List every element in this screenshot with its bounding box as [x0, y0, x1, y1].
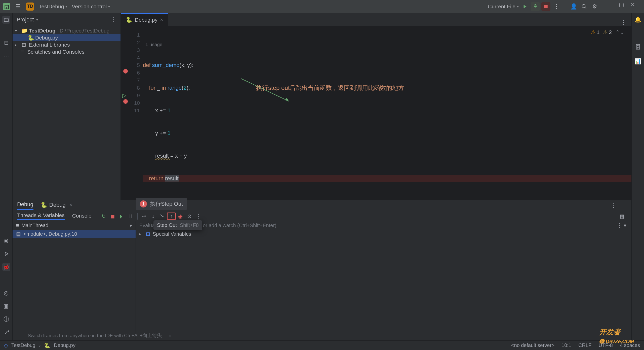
console-tab[interactable]: Console	[72, 213, 92, 220]
step-over-icon[interactable]: ⤻	[140, 213, 149, 220]
project-tree[interactable]: ▾ 📁 TestDebug D:\Project\TestDebug 🐍 Deb…	[13, 26, 120, 56]
thread-selector[interactable]: ≡ MainThread ▾	[13, 221, 136, 230]
minimize-icon[interactable]: —	[607, 2, 617, 12]
frame-row[interactable]: ▤ <module>, Debug.py:10	[13, 230, 136, 238]
callout-number: 1	[140, 200, 147, 207]
debug-run-tab[interactable]: 🐍Debug×	[41, 202, 72, 210]
mute-breakpoints-icon[interactable]: ⊘	[185, 213, 194, 220]
step-into-my-icon[interactable]: ⇲	[158, 213, 167, 220]
layout-icon[interactable]: ▦	[618, 213, 627, 220]
minimize-panel-icon[interactable]: —	[621, 202, 627, 209]
editor: 🐍 Debug.py × ⋮ ⚠1 ⚠2 ⌃⌄	[121, 13, 631, 200]
rerun-icon[interactable]: ↻	[99, 213, 108, 220]
tree-scratches[interactable]: ≡ Scratches and Consoles	[13, 48, 120, 55]
library-icon: ⊞	[21, 42, 27, 48]
debug-tabs: Debug 🐍Debug× ⋮ —	[13, 200, 631, 211]
tooltip-label: Step Out	[157, 222, 177, 228]
close-icon[interactable]: ×	[169, 333, 171, 338]
more-tools-icon[interactable]: ⋯	[2, 52, 10, 60]
ide-logo-icon[interactable]: ◱	[3, 3, 10, 10]
more-debug-icon[interactable]: ⋮	[194, 213, 203, 220]
editor-tabs: 🐍 Debug.py × ⋮	[121, 13, 631, 26]
threads-vars-tab[interactable]: Threads & Variables	[17, 212, 65, 220]
problems-icon[interactable]: ⓘ	[2, 315, 10, 323]
debug-button[interactable]	[531, 2, 540, 11]
python-file-icon: 🐍	[44, 342, 50, 348]
step-into-icon[interactable]: ↓	[149, 213, 158, 220]
python-file-icon: 🐍	[28, 35, 33, 41]
vars-group-icon: ⊞	[146, 231, 150, 237]
thread-icon: ≡	[16, 223, 19, 228]
pause-icon[interactable]: ⏸	[126, 213, 135, 220]
services-icon[interactable]: ≡	[2, 276, 10, 284]
chevron-right-icon: ▸	[15, 43, 19, 47]
gear-icon[interactable]: ⚙	[590, 2, 599, 11]
chevron-down-icon: ▾	[15, 29, 19, 33]
panel-options-icon[interactable]: ⋮	[111, 16, 116, 23]
module-icon: ◇	[4, 342, 8, 348]
variables-panel: Evaluate expression (Enter) or add a wat…	[136, 221, 631, 340]
root-name: TestDebug	[29, 28, 56, 34]
tree-root[interactable]: ▾ 📁 TestDebug D:\Project\TestDebug	[13, 27, 120, 34]
search-icon[interactable]	[580, 2, 589, 11]
editor-tab[interactable]: 🐍 Debug.py ×	[121, 13, 168, 26]
annotation-arrow	[238, 76, 294, 106]
resume-icon[interactable]: ⏵	[117, 213, 126, 220]
chevron-down-icon: ▾	[108, 5, 110, 9]
svg-point-1	[582, 4, 585, 8]
maximize-icon[interactable]: ▢	[619, 2, 629, 12]
special-vars-row[interactable]: ▸ ⊞ Special Variables	[136, 230, 631, 238]
vars-options-icon[interactable]: ⋮ ▾	[613, 221, 630, 230]
breakpoint-icon[interactable]	[123, 99, 128, 104]
project-header[interactable]: Project ▾ ⋮	[13, 13, 120, 26]
sciview-icon[interactable]: 📊	[634, 57, 642, 65]
project-badge: TD	[26, 3, 34, 11]
stop-button[interactable]	[541, 2, 550, 11]
run-button[interactable]	[520, 2, 529, 11]
terminal-icon[interactable]: ▣	[2, 302, 10, 310]
person-icon[interactable]: 👤	[569, 2, 578, 11]
vcs-menu[interactable]: Version control▾	[72, 4, 110, 10]
editor-options-icon[interactable]: ⋮	[621, 19, 631, 26]
run-config-selector[interactable]: Current File▾	[488, 4, 519, 10]
caret-position[interactable]: 10:1	[561, 342, 571, 348]
evaluate-input[interactable]: Evaluate expression (Enter) or add a wat…	[136, 221, 631, 230]
debug-tab[interactable]: Debug	[17, 201, 33, 210]
run-gutter-icon[interactable]: ▷	[122, 92, 127, 99]
breakpoint-icon[interactable]	[123, 69, 128, 74]
project-title-label: Project	[17, 16, 34, 23]
close-icon[interactable]: ×	[69, 202, 72, 208]
stop-icon[interactable]: ◼	[108, 213, 117, 220]
crumb-project[interactable]: TestDebug	[11, 342, 35, 348]
close-icon[interactable]: ×	[160, 17, 163, 23]
packages-icon[interactable]: ◎	[2, 289, 10, 297]
notifications-icon[interactable]: 🔔	[634, 16, 642, 24]
step-out-button[interactable]: ↑	[167, 213, 176, 220]
run-tool-icon[interactable]	[2, 250, 10, 258]
close-icon[interactable]: ✕	[630, 2, 640, 12]
tree-ext-libs[interactable]: ▸ ⊞ External Libraries	[13, 41, 120, 48]
project-name-label: TestDebug	[39, 4, 64, 10]
vcs-tool-icon[interactable]: ⎇	[2, 328, 10, 336]
python-console-icon[interactable]: ◉	[2, 237, 10, 245]
hamburger-icon[interactable]: ☰	[15, 3, 22, 10]
project-selector[interactable]: TestDebug▾	[39, 4, 67, 10]
frames-panel: ≡ MainThread ▾ ▤ <module>, Debug.py:10	[13, 221, 136, 340]
tree-file-debug[interactable]: 🐍 Debug.py	[13, 34, 120, 41]
usage-hint: 1 usage	[143, 41, 631, 46]
database-icon[interactable]: 🗄	[634, 43, 642, 51]
debug-tool-icon[interactable]: 🐞	[2, 263, 10, 271]
step-out-tooltip: Step OutShift+F8	[153, 220, 202, 230]
view-breakpoints-icon[interactable]: ◉	[176, 213, 185, 220]
python-icon: 🐍	[41, 202, 47, 208]
vcs-label: Version control	[72, 4, 107, 10]
line-separator[interactable]: CRLF	[578, 342, 591, 348]
svg-rect-0	[544, 5, 548, 8]
server-status[interactable]: <no default server>	[511, 342, 554, 348]
crumb-file[interactable]: Debug.py	[54, 342, 75, 348]
structure-icon[interactable]: ⊟	[2, 39, 10, 47]
more-icon[interactable]: ⋮	[552, 2, 561, 11]
project-tool-icon[interactable]	[2, 16, 10, 24]
panel-options-icon[interactable]: ⋮	[611, 202, 616, 209]
debug-panel: Debug 🐍Debug× ⋮ — 1 执行Step Out Threads &…	[13, 200, 631, 340]
